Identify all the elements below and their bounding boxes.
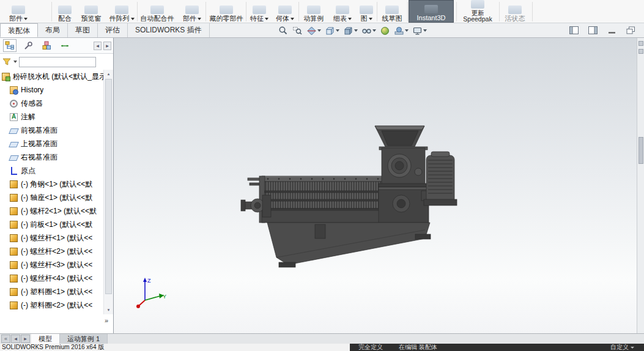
ribbon-button-assembly-features[interactable]: 特征 — [247, 0, 272, 23]
zoom-fit-button[interactable] — [276, 25, 291, 37]
tab-evaluate[interactable]: 评估 — [98, 23, 128, 37]
plane-icon — [9, 155, 19, 161]
view-orientation-button[interactable] — [323, 25, 341, 37]
tree-item-origin[interactable]: 原点 — [0, 164, 103, 177]
ribbon-button-update-speedpak[interactable]: 更新 Speedpak — [457, 0, 498, 23]
scroll-up-button[interactable] — [104, 70, 113, 78]
panel-tab-dimxpertmanager[interactable] — [58, 39, 72, 52]
ribbon-button-insert-components[interactable]: 部件 — [2, 0, 34, 23]
ribbon-separator — [137, 2, 138, 21]
model-crusher-dewatering-machine[interactable] — [114, 38, 637, 333]
apply-scene-button[interactable] — [392, 25, 410, 37]
tree-item-label: 原点 — [21, 166, 35, 176]
next-tab-button[interactable] — [21, 334, 30, 343]
previous-tab-button[interactable] — [11, 334, 20, 343]
tree-item-part[interactable]: (-) 螺丝杆<4> (默认<< — [0, 272, 103, 285]
ribbon-button-instant3d[interactable]: Instant3D — [409, 0, 454, 23]
panel-tabs-scroll-right-button[interactable] — [103, 42, 111, 50]
panel-tab-featuremanager[interactable] — [3, 39, 17, 52]
panel-tabs-scroll-left-button[interactable] — [94, 42, 102, 50]
tree-item-part[interactable]: (-) 角钢<1> (默认<<默 — [0, 177, 103, 191]
ribbon-separator — [205, 2, 206, 21]
ribbon-label: 部件 — [183, 15, 196, 22]
insert-components-icon — [12, 6, 25, 14]
ribbon-button-exploded-view[interactable]: 图 — [356, 0, 377, 23]
part-icon — [10, 301, 18, 309]
expand-tree-button[interactable] — [101, 316, 112, 326]
tree-item-annotations[interactable]: 注解 — [0, 110, 103, 124]
view-settings-button[interactable] — [410, 25, 429, 37]
zoom-window-button[interactable] — [291, 25, 305, 37]
configurationmanager-icon — [42, 41, 51, 50]
hide-show-items-button[interactable] — [360, 25, 378, 37]
first-tab-button[interactable] — [1, 334, 10, 343]
tree-item-part[interactable]: (-) 塑料圈<1> (默认<< — [0, 285, 103, 298]
task-pane-resources-icon[interactable] — [638, 49, 643, 54]
dropdown-caret-icon — [317, 29, 321, 32]
panel-tab-propertymanager[interactable] — [21, 39, 35, 52]
panel-tab-configurationmanager[interactable] — [40, 39, 53, 52]
tree-item-label: (-) 螺丝杆<3> (默认<< — [21, 260, 92, 270]
ribbon-button-bill-of-materials[interactable]: 细表 — [330, 0, 355, 23]
tab-sketch[interactable]: 草图 — [68, 23, 98, 37]
ribbon-label: 特征 — [250, 15, 264, 22]
ribbon-label: 自动配合件 — [141, 15, 174, 22]
tree-item-part[interactable]: (-) 螺丝杆<1> (默认<< — [0, 231, 103, 245]
ribbon-button-activation-state[interactable]: 活状态 — [500, 0, 530, 23]
pane-right-button[interactable] — [588, 26, 598, 34]
tree-item-part[interactable]: (-) 螺杆2<1> (默认<<默 — [0, 204, 103, 218]
tree-item-top-plane[interactable]: 上视基准面 — [0, 137, 103, 150]
tree-item-label: (-) 螺杆2<1> (默认<<默 — [21, 206, 97, 216]
ribbon-separator — [532, 2, 533, 21]
tree-item-front-plane[interactable]: 前视基准面 — [0, 124, 103, 137]
tree-item-sensors[interactable]: 传感器 — [0, 97, 103, 110]
dropdown-caret-icon — [291, 18, 294, 20]
tab-assembly[interactable]: 装配体 — [0, 23, 38, 37]
ribbon-button-reference-geometry[interactable]: 何体 — [273, 0, 297, 23]
tree-root-assembly[interactable]: 粉碎脱水机 (默认<默认_显示 — [0, 70, 103, 83]
ribbon-button-mate[interactable]: 配合 — [54, 0, 76, 23]
tree-item-part[interactable]: (-) 轴座<1> (默认<<默 — [0, 191, 103, 204]
tree-item-part[interactable]: (-) 前板<1> (默认<<默 — [0, 218, 103, 231]
ribbon-button-new-motion-study[interactable]: 动算例 — [300, 0, 328, 23]
panel-tab-bar — [0, 38, 113, 54]
filter-dropdown-caret-icon[interactable] — [13, 61, 17, 63]
tree-item-part[interactable]: (-) 螺丝杆<3> (默认<< — [0, 258, 103, 272]
tree-item-label: History — [21, 86, 43, 94]
edit-appearance-button[interactable] — [378, 25, 392, 37]
scroll-thumb[interactable] — [105, 79, 112, 294]
tab-layout[interactable]: 布局 — [38, 23, 68, 37]
tree-item-right-plane[interactable]: 右视基准面 — [0, 150, 103, 164]
restore-button[interactable] — [626, 26, 635, 34]
tab-motion-study-1[interactable]: 运动算例 1 — [60, 334, 108, 344]
dropdown-caret-icon — [265, 18, 268, 20]
ribbon-button-move-component[interactable]: 部件 — [179, 0, 205, 23]
origin-icon — [10, 167, 18, 175]
right-scrollbar-thumb[interactable] — [638, 137, 643, 164]
update-speedpak-icon — [471, 0, 484, 9]
command-manager-tab-bar: 装配体 布局 草图 评估 SOLIDWORKS 插件 — [0, 23, 644, 38]
tree-filter-input[interactable] — [19, 57, 96, 67]
graphics-area[interactable]: Z Y — [114, 38, 637, 333]
tab-solidworks-addins[interactable]: SOLIDWORKS 插件 — [128, 23, 210, 37]
ribbon-button-show-hidden-components[interactable]: 藏的零部件 — [207, 0, 246, 23]
section-view-button[interactable] — [305, 25, 323, 37]
customize-menu[interactable]: 自定义 — [610, 344, 634, 351]
tree-item-history[interactable]: History — [0, 83, 103, 97]
scroll-down-button[interactable] — [104, 306, 113, 314]
pane-left-button[interactable] — [569, 26, 579, 34]
ribbon-button-component-pattern[interactable]: 件阵列 — [106, 0, 137, 23]
ribbon-button-smart-fasteners[interactable]: 自动配合件 — [138, 0, 176, 23]
display-style-button[interactable] — [341, 25, 360, 37]
minimize-button[interactable] — [607, 26, 616, 34]
tree-item-part[interactable]: (-) 塑料圈<2> (默认<< — [0, 298, 103, 312]
tree-item-part[interactable]: (-) 螺丝杆<2> (默认<< — [0, 245, 103, 258]
hide-show-items-icon — [361, 26, 372, 36]
filter-funnel-icon[interactable] — [2, 58, 12, 66]
ribbon-button-explode-line-sketch[interactable]: 线草图 — [378, 0, 406, 23]
ribbon-button-preview-window[interactable]: 预览窗 — [77, 0, 105, 23]
dropdown-caret-icon — [369, 18, 372, 20]
tree-scrollbar[interactable] — [103, 70, 113, 314]
tab-model[interactable]: 模型 — [31, 334, 60, 344]
task-pane-toggle-icon[interactable] — [638, 41, 643, 46]
